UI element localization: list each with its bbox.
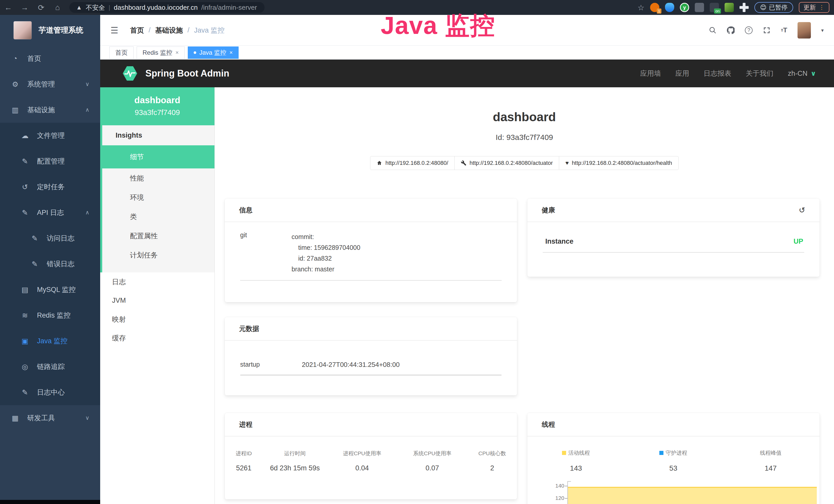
sidebar-item-redis-monitor[interactable]: ≋ Redis 监控 [0,302,100,328]
sidebar-item-home[interactable]: ◔ 首页 [0,46,100,71]
chevron-up-icon: ∧ [85,107,89,113]
sidebar-item-mysql-monitor[interactable]: ▤ MySQL 监控 [0,277,100,302]
sidebar-item-label: 配置管理 [37,157,65,166]
annotation-java-monitor: Java 监控 [381,9,495,43]
breadcrumb-home[interactable]: 首页 [130,26,144,35]
actuator-url-button[interactable]: http://192.168.0.2:48080/actuator [454,156,559,170]
tab-redis-monitor[interactable]: Redis 监控 × [137,46,185,59]
health-instance-label[interactable]: Instance [545,237,574,246]
url-path[interactable]: /infra/admin-server [201,4,257,12]
extension-icon-green-y[interactable]: y [680,3,689,12]
brand-block[interactable]: 芋道管理系统 [0,15,100,46]
close-tab-icon[interactable]: × [229,49,233,56]
sba-nav-journal[interactable]: 日志报表 [704,69,731,78]
extension-icon-dark[interactable]: on [710,3,719,12]
spring-boot-admin-logo[interactable] [122,65,138,82]
row-divider [240,280,502,281]
chevron-down-icon: ∨ [85,81,89,88]
font-size-icon[interactable]: тT [781,26,787,34]
sba-nav-wallboard[interactable]: 应用墙 [640,69,661,78]
threads-legend: 活动线程 守护进程 线程峰值 [527,449,820,457]
sba-menu-mappings[interactable]: 映射 [100,310,215,329]
sba-menu-environment[interactable]: 环境 [102,188,215,207]
sidebar-item-scheduled-jobs[interactable]: ↺ 定时任务 [0,174,100,200]
sba-menu-jvm[interactable]: JVM [100,291,215,310]
sba-menu-scheduled-tasks[interactable]: 计划任务 [102,246,215,265]
sba-menu-config-props[interactable]: 配置属性 [102,226,215,246]
sidebar-item-config-mgmt[interactable]: ✎ 配置管理 [0,148,100,174]
address-bar[interactable]: ▲ 不安全 | dashboard.yudao.iocoder.cn/infra… [69,2,265,13]
extension-icon-grid[interactable] [695,3,704,12]
instance-header[interactable]: dashboard 93a3fc7f7409 [100,87,215,125]
browser-home-icon[interactable]: ⌂ [49,3,66,12]
bookmark-star-icon[interactable]: ☆ [637,3,644,12]
process-table-header: 进程ID 运行时间 进程CPU使用率 系统CPU使用率 CPU核心数 [225,450,517,457]
sba-nav-applications[interactable]: 应用 [675,69,689,78]
help-question-icon[interactable]: ? [745,26,752,34]
info-card-title: 信息 [239,206,253,215]
legend-label: 活动线程 [568,449,590,457]
health-history-icon[interactable]: ↺ [799,206,805,215]
tab-label: Java 监控 [199,48,226,57]
extension-icon-leaf[interactable] [725,3,734,12]
process-table-values: 5261 6d 23h 15m 59s 0.04 0.07 2 [225,464,517,472]
main-content: dashboard Id: 93a3fc7f7409 http://192.16… [215,87,834,504]
instance-links: http://192.168.0.2:48080/ http://192.168… [215,156,834,170]
github-icon[interactable] [727,26,734,34]
sba-menu-details[interactable]: 细节 [100,145,215,168]
not-secure-label[interactable]: 不安全 [86,3,105,12]
sidebar-item-java-monitor[interactable]: ▣ Java 监控 [0,328,100,354]
sba-title[interactable]: Spring Boot Admin [146,68,229,79]
sidebar-item-system-mgmt[interactable]: ⚙ 系统管理 ∨ [0,71,100,97]
service-url-button[interactable]: http://192.168.0.2:48080/ [370,156,455,170]
extensions-puzzle-icon[interactable] [740,3,749,12]
tab-java-monitor[interactable]: Java 监控 × [188,46,239,59]
sba-locale-select[interactable]: zh-CN ∨ [788,70,816,77]
threads-area-chart: 140 120 100 [527,479,820,504]
sidebar-item-tracing[interactable]: ◎ 链路追踪 [0,354,100,380]
sba-menu-classes[interactable]: 类 [102,207,215,226]
sidebar-item-label: API 日志 [37,208,64,217]
search-icon[interactable] [709,26,717,34]
extension-icon-pin[interactable] [665,3,674,12]
java-monitor-icon: ▣ [21,337,29,345]
breadcrumb-current: Java 监控 [194,26,225,35]
close-tab-icon[interactable]: × [175,49,179,56]
health-url: http://192.168.0.2:48080/actuator/health [572,160,672,166]
sba-menu-logs[interactable]: 日志 [100,272,215,291]
database-icon: ▤ [21,285,29,294]
sba-nav-about[interactable]: 关于我们 [746,69,773,78]
extension-icon-orange[interactable]: 1 [650,3,659,12]
sidebar-item-label: Redis 监控 [37,311,71,320]
url-domain[interactable]: dashboard.yudao.iocoder.cn [114,4,198,12]
tab-label: 首页 [115,48,128,57]
sba-menu-caches[interactable]: 缓存 [100,329,215,347]
y-axis-cap [567,481,571,482]
user-avatar[interactable] [797,22,811,39]
sidebar-item-error-logs[interactable]: ✎ 错误日志 [0,251,100,277]
breadcrumb-infrastructure[interactable]: 基础设施 [155,26,183,35]
sidebar-collapse-icon[interactable]: ☰ [110,25,118,36]
browser-menu-dots-icon[interactable]: ⋮ [819,4,825,11]
sidebar-item-api-logs[interactable]: ✎ API 日志 ∧ [0,200,100,225]
health-url-button[interactable]: ♥ http://192.168.0.2:48080/actuator/heal… [559,156,678,170]
sidebar-item-access-logs[interactable]: ✎ 访问日志 [0,225,100,251]
browser-reload-icon[interactable]: ⟳ [33,3,49,12]
paused-pill-button[interactable]: 😊 已暂停 [754,2,793,13]
sidebar-item-infrastructure[interactable]: ▥ 基础设施 ∧ [0,97,100,123]
browser-back-icon[interactable]: ← [0,3,17,12]
browser-forward-icon[interactable]: → [17,3,33,12]
sidebar-item-log-center[interactable]: ✎ 日志中心 [0,380,100,405]
fullscreen-icon[interactable] [763,26,771,34]
sba-menu-metrics[interactable]: 性能 [102,168,215,188]
sidebar-item-file-mgmt[interactable]: ☁ 文件管理 [0,123,100,148]
legend-live-threads: 活动线程 [527,449,625,457]
insights-section-label: Insights [102,125,215,145]
sidebar-item-dev-tools[interactable]: ▦ 研发工具 ∨ [0,405,100,431]
log-edit-icon: ✎ [30,260,39,268]
row-divider [543,252,804,253]
browser-update-button[interactable]: 更新 ⋮ [799,2,829,13]
user-menu-caret-icon[interactable]: ▾ [821,27,824,33]
chevron-up-icon: ∧ [85,209,89,216]
tab-home[interactable]: 首页 [109,46,134,59]
